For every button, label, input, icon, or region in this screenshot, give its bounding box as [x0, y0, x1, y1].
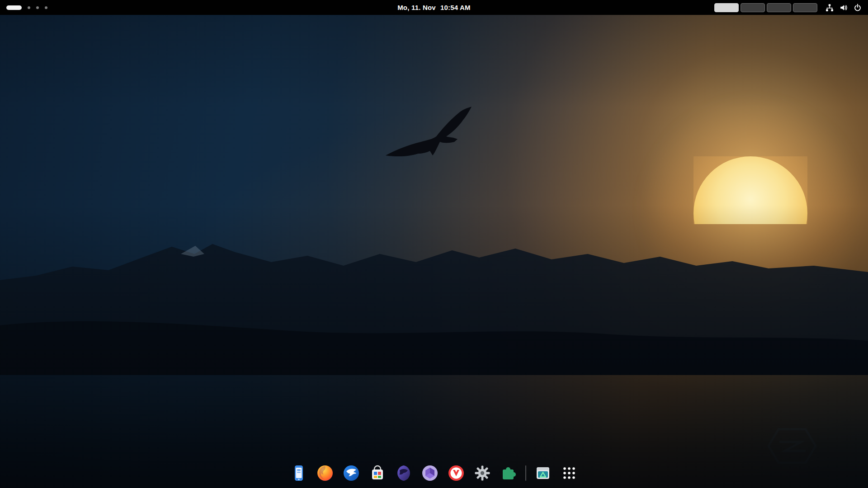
workspace-indicator[interactable]: [6, 5, 47, 10]
clock[interactable]: Mo, 11. Nov 10:54 AM: [397, 0, 471, 15]
vivaldi-browser-icon[interactable]: [446, 463, 467, 483]
taskbar-window-button[interactable]: [793, 3, 817, 12]
workspace-dot[interactable]: [36, 6, 39, 9]
clock-date: Mo, 11. Nov: [397, 4, 436, 11]
desktop: Mo, 11. Nov 10:54 AM: [0, 0, 868, 488]
extensions-puzzle-icon[interactable]: [498, 463, 519, 483]
taskbar-window-button[interactable]: [741, 3, 765, 12]
bird-silhouette: [382, 107, 478, 175]
power-icon[interactable]: [854, 4, 862, 12]
dock: [288, 463, 580, 483]
recycle-utility-icon[interactable]: [533, 463, 553, 483]
software-store-icon[interactable]: [367, 463, 388, 483]
os-logo-watermark: [765, 425, 819, 468]
purple-bird-browser-icon[interactable]: [393, 463, 414, 483]
taskbar-window-buttons: [714, 3, 817, 12]
system-tray: [826, 4, 862, 12]
settings-gear-icon[interactable]: [472, 463, 493, 483]
network-icon[interactable]: [826, 4, 834, 12]
volume-icon[interactable]: [840, 4, 848, 12]
taskbar-window-button[interactable]: [767, 3, 791, 12]
mountain-silhouette: [0, 212, 868, 375]
workspace-dot[interactable]: [45, 6, 47, 9]
boxes-app-icon[interactable]: [420, 463, 440, 483]
taskbar-window-button[interactable]: [714, 3, 739, 12]
workspace-active-pill[interactable]: [6, 5, 22, 10]
app-grid-icon[interactable]: [559, 463, 580, 483]
dock-separator: [525, 465, 526, 481]
tray-area: [714, 3, 862, 12]
top-panel: Mo, 11. Nov 10:54 AM: [0, 0, 868, 15]
clock-time: 10:54 AM: [440, 4, 471, 11]
firefox-browser-icon[interactable]: [315, 463, 335, 483]
phone-connect-icon[interactable]: [288, 463, 309, 483]
thunderbird-mail-icon[interactable]: [341, 463, 362, 483]
workspace-dot[interactable]: [28, 6, 30, 9]
